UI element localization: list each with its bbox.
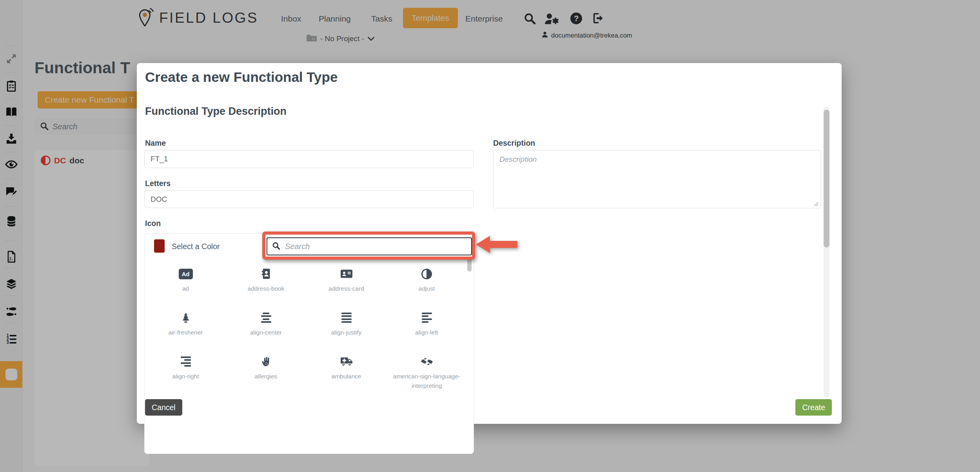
icon-option-address-card[interactable]: address-card bbox=[306, 262, 387, 306]
icon-option-label: adjust bbox=[419, 284, 435, 293]
create-functional-type-modal: Create a new Functional Type Functional … bbox=[137, 63, 842, 424]
icon-option-label: american-sign-language-interpreting bbox=[392, 372, 462, 391]
icon-grid: Ad ad address-book bbox=[145, 262, 467, 394]
icon-label: Icon bbox=[145, 219, 161, 228]
ad-icon: Ad bbox=[179, 269, 193, 279]
icon-option-label: align-center bbox=[250, 328, 282, 337]
icon-option-align-right[interactable]: align-right bbox=[145, 350, 226, 394]
align-left-icon bbox=[422, 313, 432, 323]
align-right-icon bbox=[181, 356, 191, 367]
select-color-button[interactable]: Select a Color bbox=[172, 242, 220, 251]
icon-picker-panel: Select a Color Ad ad bbox=[144, 233, 474, 454]
name-label: Name bbox=[145, 139, 166, 148]
allergies-hand-icon bbox=[261, 355, 271, 368]
icon-option-label: air-freshener bbox=[169, 328, 203, 337]
address-book-icon bbox=[261, 268, 271, 280]
app-page: FIELD LOGS Inbox Planning Tasks Template… bbox=[0, 0, 980, 472]
adjust-icon bbox=[421, 269, 432, 279]
icon-option-label: allergies bbox=[255, 372, 278, 381]
align-justify-icon bbox=[341, 313, 352, 323]
search-icon bbox=[272, 242, 280, 251]
icon-option-align-center[interactable]: align-center bbox=[226, 306, 306, 350]
letters-field[interactable] bbox=[144, 190, 474, 208]
icon-option-allergies[interactable]: allergies bbox=[226, 350, 306, 394]
icon-search-box[interactable] bbox=[267, 237, 472, 255]
ambulance-icon bbox=[340, 355, 353, 368]
create-button[interactable]: Create bbox=[795, 399, 832, 416]
cancel-button[interactable]: Cancel bbox=[145, 399, 182, 416]
icon-option-american-sign-language-interpreting[interactable]: american-sign-language-interpreting bbox=[387, 350, 467, 394]
icon-option-label: address-book bbox=[248, 284, 285, 293]
icon-list-scrollbar-thumb[interactable] bbox=[467, 257, 472, 271]
icon-option-adjust[interactable]: adjust bbox=[387, 262, 467, 306]
icon-option-label: align-left bbox=[415, 328, 438, 337]
resize-handle-icon[interactable] bbox=[814, 201, 818, 206]
icon-option-address-book[interactable]: address-book bbox=[226, 262, 306, 306]
color-swatch[interactable] bbox=[154, 239, 165, 253]
description-label: Description bbox=[493, 139, 535, 148]
modal-title: Create a new Functional Type bbox=[145, 69, 338, 85]
icon-option-label: align-right bbox=[172, 372, 199, 381]
sign-language-hands-icon bbox=[420, 355, 434, 368]
icon-option-ad[interactable]: Ad ad bbox=[145, 262, 226, 306]
address-card-icon bbox=[340, 268, 353, 280]
letters-label: Letters bbox=[145, 179, 171, 188]
icon-option-label: align-justify bbox=[331, 328, 362, 337]
name-field[interactable] bbox=[144, 150, 474, 168]
icon-option-align-left[interactable]: align-left bbox=[387, 306, 467, 350]
icon-option-label: address-card bbox=[328, 284, 364, 293]
icon-option-air-freshener[interactable]: air-freshener bbox=[145, 306, 226, 350]
air-freshener-icon bbox=[182, 311, 190, 324]
icon-option-label: ambulance bbox=[332, 372, 361, 381]
icon-option-align-justify[interactable]: align-justify bbox=[306, 306, 387, 350]
modal-scrollbar-thumb[interactable] bbox=[824, 110, 829, 248]
description-field[interactable] bbox=[493, 150, 821, 208]
annotation-arrow-icon bbox=[476, 236, 517, 253]
icon-search-input[interactable] bbox=[284, 242, 466, 251]
align-center-icon bbox=[261, 313, 271, 323]
icon-option-ambulance[interactable]: ambulance bbox=[306, 350, 387, 394]
section-heading: Functional Type Description bbox=[145, 105, 287, 118]
icon-option-label: ad bbox=[182, 284, 189, 293]
